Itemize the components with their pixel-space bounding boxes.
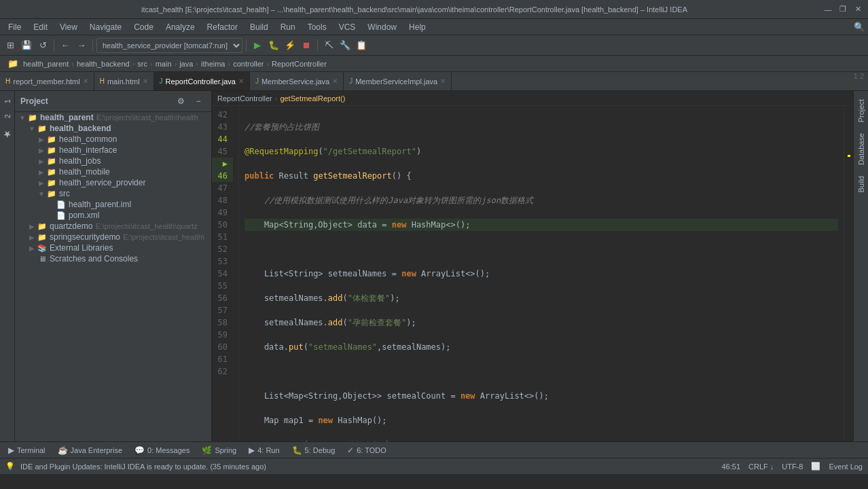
tree-item-src[interactable]: ▼ 📁 src (15, 188, 211, 199)
nav-main[interactable]: main (156, 60, 172, 68)
indent-info: ⬜ (811, 462, 820, 471)
nav-src[interactable]: src (137, 60, 147, 68)
run-button[interactable]: ▶ (250, 38, 265, 53)
expand-arrow-service: ▶ (37, 179, 46, 187)
bottom-tab-todo[interactable]: ✓ 6: TODO (342, 444, 392, 456)
bottom-tab-run[interactable]: ▶ 4: Run (243, 444, 285, 456)
tab-label: report_member.html (13, 77, 79, 86)
project-collapse-icon[interactable]: − (191, 94, 206, 109)
tree-item-scratches[interactable]: 🖥 Scratches and Consoles (15, 253, 211, 264)
nav-report-controller[interactable]: ReportController (272, 60, 327, 68)
tab-close-button[interactable]: ✕ (83, 77, 88, 85)
sdk-settings-button[interactable]: ⛏ (321, 38, 336, 53)
menu-file[interactable]: File (3, 21, 26, 33)
bottom-tab-messages[interactable]: 💬 0: Messages (129, 444, 195, 456)
tree-item-health-common[interactable]: ▶ 📁 health_common (15, 134, 211, 145)
left-tab-1[interactable]: 1 (1, 94, 14, 109)
tab-close-button-4[interactable]: ✕ (332, 77, 338, 85)
tree-item-health-jobs[interactable]: ▶ 📁 health_jobs (15, 156, 211, 166)
save-all-button[interactable]: 💾 (19, 38, 34, 53)
run-with-coverage-button[interactable]: ⚡ (283, 38, 297, 53)
maximize-button[interactable]: ❐ (838, 5, 848, 14)
tree-item-health-service-provider[interactable]: ▶ 📁 health_service_provider (15, 177, 211, 188)
menu-code[interactable]: Code (128, 21, 159, 33)
menu-help[interactable]: Help (403, 21, 431, 33)
nav-itheima[interactable]: itheima (201, 60, 225, 68)
run-config-dropdown[interactable]: health_service_provider [tomcat7:run] (96, 38, 242, 53)
tree-item-health-interface[interactable]: ▶ 📁 health_interface (15, 145, 211, 156)
editor-tabs: H report_member.html ✕ H main.html ✕ J R… (0, 72, 868, 91)
nav-health-parent[interactable]: health_parent (23, 60, 69, 68)
bottom-tab-debug[interactable]: 🐛 5: Debug (287, 444, 341, 456)
right-gutter (844, 106, 853, 441)
tab-member-service[interactable]: J MemberService.java ✕ (250, 72, 344, 90)
tree-item-health-parent[interactable]: ▼ 📁 health_parent E:\projects\itcast_hea… (15, 112, 211, 123)
menu-vcs[interactable]: VCS (333, 21, 361, 33)
tree-item-health-backend[interactable]: ▼ 📁 health_backend (15, 123, 211, 134)
right-tab-project[interactable]: Project (854, 94, 868, 128)
left-tab-2[interactable]: 2 (1, 109, 14, 124)
search-everywhere-button[interactable]: 🔍 (853, 20, 865, 35)
tree-item-health-parent-iml[interactable]: 📄 health_parent.iml (15, 199, 211, 210)
code-line-44: public Result getSetmealReport() { (245, 170, 838, 182)
expand-arrow-jobs: ▶ (37, 158, 46, 165)
tree-item-external-libs[interactable]: ▶ 📚 External Libraries (15, 242, 211, 253)
bottom-panel-tabs: ▶ Terminal ☕ Java Enterprise 💬 0: Messag… (0, 441, 868, 458)
menu-run[interactable]: Run (275, 21, 301, 33)
tree-item-springsecurity[interactable]: ▶ 📁 springsecuritydemo E:\projects\itcas… (15, 232, 211, 242)
menu-build[interactable]: Build (245, 21, 274, 33)
settings-button[interactable]: 🔧 (338, 38, 352, 53)
close-button[interactable]: ✕ (853, 5, 863, 14)
back-button[interactable]: ← (58, 38, 73, 53)
tree-item-pom-xml[interactable]: 📄 pom.xml (15, 210, 211, 221)
left-tab-favorites[interactable]: ★ (0, 124, 16, 145)
menu-view[interactable]: View (54, 21, 83, 33)
menu-navigate[interactable]: Navigate (84, 21, 127, 33)
toolbar-separator-3 (246, 39, 247, 52)
expand-arrow-src: ▼ (37, 190, 46, 198)
encoding[interactable]: UTF-8 (782, 463, 803, 471)
forward-button[interactable]: → (74, 38, 89, 53)
tree-item-quartzdemo[interactable]: ▶ 📁 quartzdemo E:\projects\itcast_health… (15, 221, 211, 232)
nav-java[interactable]: java (179, 60, 193, 68)
tab-overflow-count[interactable]: 1 2 (850, 72, 868, 90)
plugins-button[interactable]: 📋 (354, 38, 369, 53)
bottom-tab-terminal[interactable]: ▶ Terminal (3, 444, 51, 456)
breadcrumb-method[interactable]: getSetmealReport() (280, 94, 345, 103)
event-log[interactable]: Event Log (829, 463, 863, 471)
code-editor[interactable]: 42 43 44 45 ▶ 46 47 48 49 50 51 52 53 54… (212, 106, 853, 441)
menu-tools[interactable]: Tools (302, 21, 332, 33)
minimize-button[interactable]: — (823, 5, 833, 14)
tab-close-button-2[interactable]: ✕ (143, 77, 148, 85)
menu-analyze[interactable]: Analyze (160, 21, 200, 33)
tab-main-html[interactable]: H main.html ✕ (94, 72, 154, 90)
tree-item-health-mobile[interactable]: ▶ 📁 health_mobile (15, 166, 211, 177)
synchronize-button[interactable]: ↺ (35, 38, 50, 53)
menu-window[interactable]: Window (362, 21, 402, 33)
menu-refactor[interactable]: Refactor (202, 21, 243, 33)
menu-edit[interactable]: Edit (28, 21, 53, 33)
right-tab-database[interactable]: Database (854, 128, 868, 170)
breadcrumb-report-controller[interactable]: ReportController (217, 94, 272, 103)
tab-close-button-3[interactable]: ✕ (238, 77, 244, 85)
tab-report-member-html[interactable]: H report_member.html ✕ (0, 72, 94, 90)
debug-button[interactable]: 🐛 (266, 38, 281, 53)
nav-health-backend[interactable]: health_backend (77, 60, 130, 68)
code-content[interactable]: //套餐预约占比饼图 @RequestMapping("/getSetmealR… (239, 106, 844, 441)
bottom-tab-spring[interactable]: 🌿 Spring (196, 444, 242, 456)
project-structure-button[interactable]: ⊞ (3, 38, 18, 53)
menu-bar: File Edit View Navigate Code Analyze Ref… (0, 19, 868, 35)
project-gear-icon[interactable]: ⚙ (173, 94, 188, 109)
project-panel: Project ⚙ − ▼ 📁 health_parent E:\project… (15, 91, 212, 441)
nav-controller[interactable]: controller (233, 60, 264, 68)
cursor-position[interactable]: 46:51 (721, 463, 740, 471)
toolbar-separator-2 (92, 39, 93, 52)
right-tab-build[interactable]: Build (854, 170, 868, 198)
line-separator[interactable]: CRLF ↓ (748, 463, 774, 471)
terminal-icon: ▶ (8, 446, 14, 455)
tab-member-service-impl[interactable]: J MemberServiceImpl.java ✕ (344, 72, 452, 90)
tab-close-button-5[interactable]: ✕ (440, 77, 446, 85)
stop-button[interactable]: ⏹ (299, 38, 314, 53)
bottom-tab-java-enterprise[interactable]: ☕ Java Enterprise (52, 444, 128, 456)
tab-report-controller[interactable]: J ReportController.java ✕ (154, 72, 250, 90)
